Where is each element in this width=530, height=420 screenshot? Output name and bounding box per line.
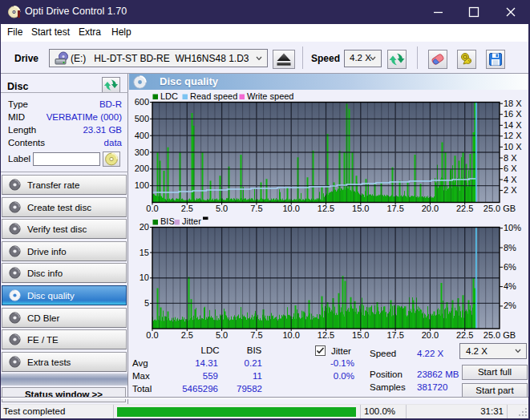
svg-text:14 X: 14 X	[504, 120, 522, 130]
svg-text:10.0: 10.0	[282, 330, 299, 340]
svg-text:7.5: 7.5	[250, 330, 262, 340]
svg-text:2%: 2%	[504, 301, 516, 310]
svg-text:22.5: 22.5	[456, 330, 473, 340]
svg-text:12.5: 12.5	[318, 204, 334, 213]
svg-text:Write speed: Write speed	[247, 91, 294, 101]
svg-text:500: 500	[135, 114, 149, 123]
svg-text:2.5: 2.5	[181, 330, 193, 340]
svg-text:0.0: 0.0	[146, 330, 158, 340]
svg-text:6%: 6%	[504, 262, 516, 272]
svg-text:17.5: 17.5	[386, 330, 403, 340]
svg-text:17.5: 17.5	[386, 204, 403, 213]
svg-text:7.5: 7.5	[250, 204, 262, 213]
svg-text:15.0: 15.0	[352, 330, 369, 340]
svg-text:4%: 4%	[504, 281, 516, 291]
svg-text:25.0 GB: 25.0 GB	[483, 204, 516, 213]
svg-text:5: 5	[144, 298, 149, 308]
svg-text:600: 600	[135, 97, 149, 107]
svg-text:LDC: LDC	[160, 91, 178, 101]
svg-text:8%: 8%	[504, 243, 516, 252]
svg-text:4 X: 4 X	[504, 175, 517, 184]
svg-text:20.0: 20.0	[422, 204, 439, 213]
svg-text:18 X: 18 X	[504, 99, 522, 108]
svg-text:10.0: 10.0	[282, 204, 299, 213]
svg-text:16 X: 16 X	[504, 109, 522, 119]
svg-text:Jitter: Jitter	[182, 216, 201, 226]
svg-text:Read speed: Read speed	[190, 91, 237, 101]
svg-text:BIS: BIS	[160, 216, 175, 226]
svg-text:300: 300	[135, 147, 149, 157]
svg-text:10: 10	[140, 273, 149, 282]
svg-text:100: 100	[135, 180, 149, 190]
svg-text:15: 15	[140, 248, 149, 257]
svg-text:15.0: 15.0	[352, 204, 369, 213]
svg-text:12 X: 12 X	[504, 131, 522, 140]
svg-text:20.0: 20.0	[422, 330, 439, 340]
svg-text:25.0 GB: 25.0 GB	[483, 330, 516, 340]
svg-text:2.5: 2.5	[181, 204, 193, 213]
svg-text:20: 20	[140, 222, 149, 232]
svg-text:10%: 10%	[504, 223, 521, 232]
svg-text:2 X: 2 X	[504, 185, 517, 195]
svg-text:200: 200	[135, 164, 149, 173]
svg-text:12.5: 12.5	[318, 330, 334, 340]
svg-text:0.0: 0.0	[146, 204, 158, 213]
svg-text:10 X: 10 X	[504, 142, 522, 151]
svg-text:6 X: 6 X	[504, 164, 517, 173]
svg-text:400: 400	[135, 131, 149, 140]
svg-text:22.5: 22.5	[456, 204, 473, 213]
svg-text:5.0: 5.0	[216, 204, 228, 213]
svg-text:8 X: 8 X	[504, 153, 517, 163]
svg-text:5.0: 5.0	[216, 330, 228, 340]
